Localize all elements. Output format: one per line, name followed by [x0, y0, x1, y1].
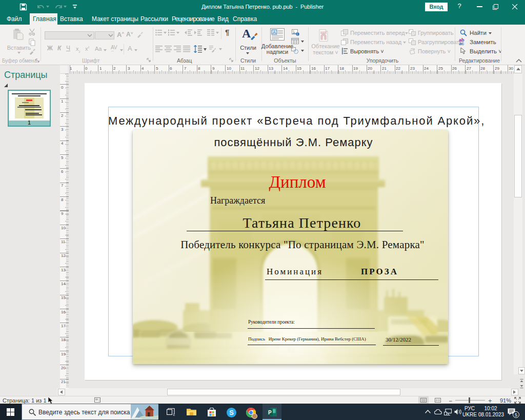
- svg-text:A: A: [273, 30, 276, 35]
- svg-text:i: i: [297, 32, 297, 36]
- svg-text:P: P: [268, 410, 272, 415]
